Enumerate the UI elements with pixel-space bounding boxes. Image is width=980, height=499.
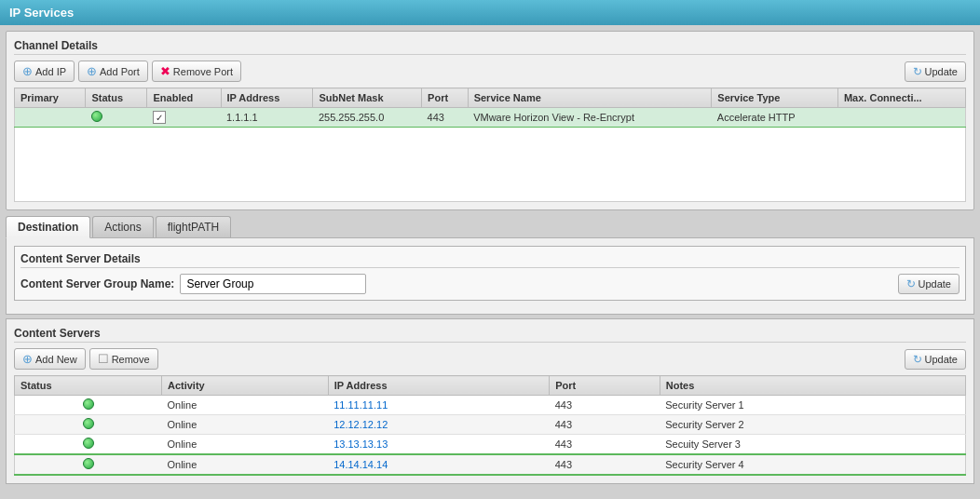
col-service-type: Service Type [712,88,838,108]
cell-ip: 12.12.12.12 [328,415,550,435]
cell-port: 443 [550,454,660,475]
content-server-details-title: Content Server Details [20,252,960,268]
channel-details-toolbar: ⊕ Add IP ⊕ Add Port ✖ Remove Port ↻ Upda… [14,61,966,82]
remove-icon: ☐ [98,352,109,366]
tabs-area: Destination Actions flightPATH Content S… [6,216,974,315]
title-bar: IP Services [0,0,980,25]
cs-col-port: Port [550,376,660,396]
cell-status [15,415,162,435]
col-max-connections: Max. Connecti... [837,88,965,108]
add-new-icon: ⊕ [22,352,33,366]
cell-notes: Security Server 4 [660,454,965,475]
content-servers-toolbar: ⊕ Add New ☐ Remove ↻ Update [14,348,966,370]
cell-port: 443 [550,396,660,415]
enabled-checkbox[interactable] [153,111,166,124]
cell-status [86,108,147,128]
table-row[interactable]: Online 12.12.12.12 443 Security Server 2 [15,415,966,435]
cs-col-ip-address: IP Address [328,376,550,396]
content-servers-header-row: Status Activity IP Address Port Notes [15,376,966,396]
cell-activity: Online [161,415,328,435]
cell-enabled [147,108,221,128]
content-server-details-box: Content Server Details Content Server Gr… [14,246,966,301]
cell-ip: 14.14.14.14 [328,454,550,475]
col-primary: Primary [15,88,86,108]
cell-ip: 13.13.13.13 [328,435,550,455]
group-name-input[interactable] [180,274,366,294]
cell-service-name: VMware Horizon View - Re-Encrypt [468,108,712,128]
status-indicator [83,398,94,410]
table-row[interactable]: Online 14.14.14.14 443 Security Server 4 [15,454,966,475]
update-icon-2: ↻ [906,277,916,290]
add-ip-button[interactable]: ⊕ Add IP [14,61,75,82]
content-servers-title: Content Servers [14,327,966,343]
remove-port-icon: ✖ [160,64,170,78]
status-indicator [83,418,94,429]
col-enabled: Enabled [147,88,221,108]
content-servers-table: Status Activity IP Address Port Notes On… [14,375,966,476]
cell-status [15,454,162,475]
channel-table-header-row: Primary Status Enabled IP Address SubNet… [15,88,966,108]
cell-service-type: Accelerate HTTP [712,108,838,128]
update-icon-3: ↻ [913,353,922,366]
remove-port-button[interactable]: ✖ Remove Port [152,61,241,82]
update-icon: ↻ [913,65,922,78]
cell-activity: Online [161,435,328,455]
cell-ip: 11.11.11.11 [328,396,550,415]
table-row[interactable]: Online 13.13.13.13 443 Secuity Server 3 [15,435,966,455]
tabs-header: Destination Actions flightPATH [6,216,974,237]
tab-destination[interactable]: Destination [6,216,90,238]
cell-status [15,396,162,415]
remove-button[interactable]: ☐ Remove [89,348,158,370]
status-indicator [91,111,102,122]
add-port-icon: ⊕ [87,64,97,78]
cell-subnet: 255.255.255.0 [313,108,422,128]
col-service-name: Service Name [468,88,712,108]
channel-table-empty-space [14,128,966,202]
cs-col-notes: Notes [660,376,965,396]
col-port: Port [422,88,469,108]
add-new-button[interactable]: ⊕ Add New [14,348,86,370]
col-subnet-mask: SubNet Mask [313,88,422,108]
add-port-button[interactable]: ⊕ Add Port [78,61,148,82]
cell-activity: Online [161,396,328,415]
tab-flightpath[interactable]: flightPATH [156,216,232,237]
content-servers-update-button[interactable]: ↻ Update [905,349,966,370]
cell-ip: 1.1.1.1 [221,108,313,128]
content-server-details-update-button[interactable]: ↻ Update [898,274,960,294]
channel-update-button[interactable]: ↻ Update [905,61,966,82]
col-ip-address: IP Address [221,88,313,108]
col-status: Status [86,88,147,108]
table-row[interactable]: 1.1.1.1 255.255.255.0 443 VMware Horizon… [15,108,966,128]
page-wrapper: IP Services Channel Details ⊕ Add IP ⊕ A… [0,0,980,499]
add-ip-icon: ⊕ [22,64,33,78]
tab-actions[interactable]: Actions [92,216,153,237]
cell-notes: Security Server 2 [660,415,965,435]
cell-primary [15,108,86,128]
cell-port: 443 [550,415,660,435]
app-title: IP Services [9,6,74,20]
cell-port: 443 [422,108,469,128]
cell-port: 443 [550,435,660,455]
status-indicator [83,458,94,469]
destination-tab-content: Content Server Details Content Server Gr… [6,237,974,315]
channel-details-table: Primary Status Enabled IP Address SubNet… [14,88,966,128]
group-name-label: Content Server Group Name: [20,277,174,290]
cell-notes: Security Server 1 [660,396,965,415]
channel-details-title: Channel Details [14,39,966,55]
table-row[interactable]: Online 11.11.11.11 443 Security Server 1 [15,396,966,415]
cell-status [15,435,162,455]
channel-details-section: Channel Details ⊕ Add IP ⊕ Add Port ✖ Re… [6,31,974,210]
status-indicator [83,438,94,449]
cell-activity: Online [161,454,328,475]
checkbox-check-icon [156,112,163,123]
cell-max-connections [837,108,965,128]
cs-col-activity: Activity [161,376,328,396]
cs-col-status: Status [15,376,162,396]
content-servers-section: Content Servers ⊕ Add New ☐ Remove ↻ Upd… [6,318,974,484]
cell-notes: Secuity Server 3 [660,435,965,455]
